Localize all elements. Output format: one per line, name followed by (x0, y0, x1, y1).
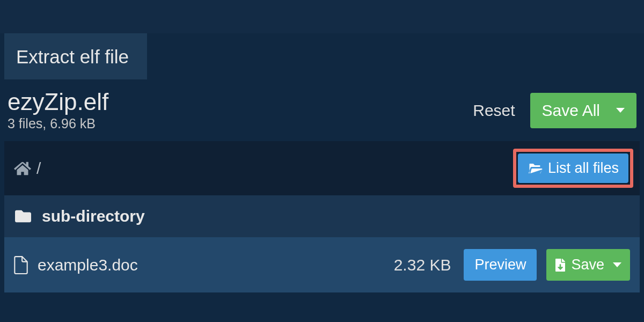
tab-row: Extract elf file (0, 33, 644, 79)
folder-icon (14, 208, 32, 224)
tab-extract[interactable]: Extract elf file (4, 33, 147, 79)
save-label: Save (571, 257, 604, 273)
folder-open-icon (528, 162, 543, 175)
file-name: example3.doc (38, 256, 138, 274)
directory-name: sub-directory (42, 207, 145, 225)
home-icon[interactable] (14, 161, 31, 176)
save-all-button[interactable]: Save All (530, 93, 636, 128)
file-icon (14, 256, 28, 274)
file-row: example3.doc 2.32 KB Preview Save (4, 237, 640, 292)
header-row: ezyZip.elf 3 files, 6.96 kB Reset Save A… (0, 79, 644, 141)
file-size: 2.32 KB (394, 256, 451, 274)
caret-down-icon (616, 108, 625, 113)
download-icon (555, 259, 566, 272)
file-info: ezyZip.elf 3 files, 6.96 kB (8, 89, 108, 131)
top-bar (0, 0, 644, 33)
breadcrumb-sep: / (36, 159, 41, 178)
directory-row[interactable]: sub-directory (4, 195, 640, 237)
caret-down-icon (613, 262, 621, 267)
row-left: example3.doc (14, 256, 138, 274)
tab-label: Extract elf file (16, 46, 129, 67)
file-title: ezyZip.elf (8, 89, 108, 115)
list-all-label: List all files (548, 160, 619, 177)
breadcrumb: / (14, 159, 41, 178)
reset-link[interactable]: Reset (473, 101, 515, 120)
save-all-label: Save All (542, 101, 600, 120)
row-left: sub-directory (14, 207, 145, 225)
list-all-button[interactable]: List all files (518, 153, 628, 183)
file-meta: 3 files, 6.96 kB (8, 116, 108, 131)
save-button[interactable]: Save (546, 249, 630, 281)
preview-button[interactable]: Preview (464, 249, 537, 281)
preview-label: Preview (474, 257, 526, 273)
header-actions: Reset Save All (473, 93, 636, 128)
list-all-highlight: List all files (513, 149, 633, 188)
row-right: 2.32 KB Preview Save (394, 249, 630, 281)
breadcrumb-row: / List all files (4, 141, 640, 195)
